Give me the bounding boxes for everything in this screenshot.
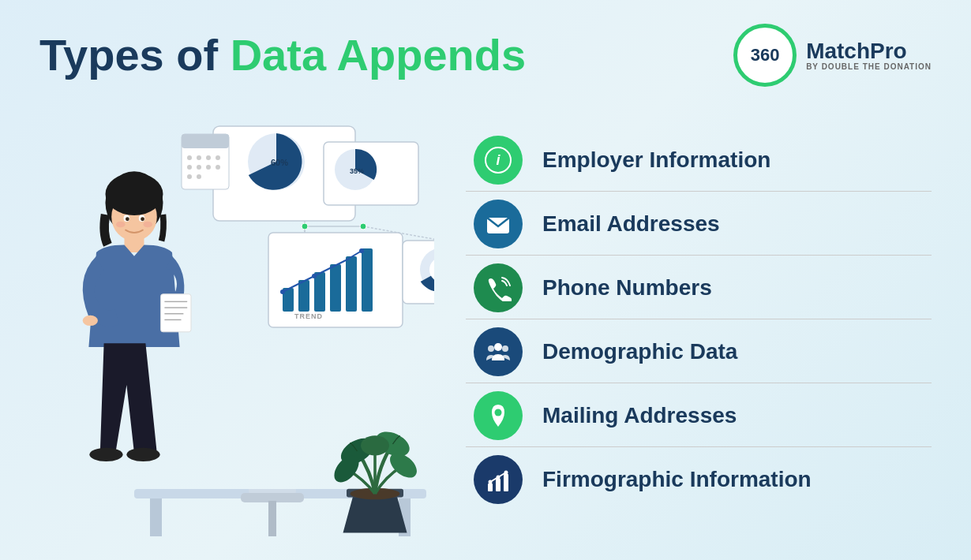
svg-point-69 xyxy=(361,435,389,455)
logo-circle: 360 xyxy=(733,24,797,87)
email-addresses-label: Email Addresses xyxy=(542,211,720,237)
page-title: Types of Data Appends xyxy=(39,31,526,80)
svg-rect-77 xyxy=(488,483,493,491)
mailing-addresses-label: Mailing Addresses xyxy=(542,403,737,428)
svg-point-16 xyxy=(216,165,220,170)
svg-point-76 xyxy=(495,409,502,416)
svg-point-47 xyxy=(106,173,163,215)
svg-text:i: i xyxy=(496,152,500,168)
svg-point-75 xyxy=(502,345,508,352)
page-wrapper: Types of Data Appends 360 MatchPro BY DO… xyxy=(0,0,971,560)
svg-rect-79 xyxy=(504,474,508,491)
logo-text: MatchPro BY DOUBLE THE DONATION xyxy=(806,40,932,71)
list-item: i Employer Information xyxy=(466,129,932,192)
employer-information-icon-bg: i xyxy=(474,136,523,185)
list-item: Phone Numbers xyxy=(466,257,932,319)
logo-number: 360 xyxy=(751,45,780,65)
svg-rect-26 xyxy=(298,280,309,312)
logo-subtitle: BY DOUBLE THE DONATION xyxy=(806,62,932,71)
list-item: Mailing Addresses xyxy=(466,385,932,447)
svg-point-62 xyxy=(144,222,153,228)
svg-point-80 xyxy=(489,480,493,483)
svg-point-73 xyxy=(494,343,502,351)
plant-illustration xyxy=(324,394,426,536)
svg-rect-8 xyxy=(182,134,229,148)
svg-rect-5 xyxy=(268,501,276,536)
email-icon xyxy=(485,211,512,237)
firmographic-information-label: Firmographic Information xyxy=(542,467,812,492)
people-icon xyxy=(485,338,512,365)
list-item: Email Addresses xyxy=(466,193,932,256)
location-icon xyxy=(485,402,512,429)
main-content: 60% 35% xyxy=(39,103,932,536)
list-item: Firmographic Information xyxy=(466,449,932,510)
phone-numbers-label: Phone Numbers xyxy=(542,275,712,301)
illustration-area: 60% 35% xyxy=(39,103,450,536)
svg-point-60 xyxy=(141,217,144,221)
logo: 360 MatchPro BY DOUBLE THE DONATION xyxy=(733,24,932,87)
title-part1: Types of xyxy=(39,30,231,80)
svg-point-81 xyxy=(497,475,500,479)
mailing-addresses-icon-bg xyxy=(474,391,523,440)
svg-rect-78 xyxy=(496,479,500,491)
svg-point-82 xyxy=(504,470,508,474)
svg-rect-49 xyxy=(161,294,191,332)
logo-name: MatchPro xyxy=(806,40,932,62)
title-part2: Data Appends xyxy=(231,30,526,80)
chart-icon xyxy=(485,466,512,493)
svg-point-43 xyxy=(302,223,308,230)
svg-point-44 xyxy=(360,223,366,230)
svg-point-31 xyxy=(280,289,285,294)
svg-rect-30 xyxy=(362,248,373,312)
svg-point-54 xyxy=(83,315,98,326)
svg-point-74 xyxy=(488,345,494,352)
employer-information-label: Employer Information xyxy=(542,147,770,173)
header: Types of Data Appends 360 MatchPro BY DO… xyxy=(39,24,932,87)
info-icon: i xyxy=(485,147,512,174)
svg-point-61 xyxy=(116,222,126,228)
person-illustration xyxy=(55,158,213,536)
svg-rect-28 xyxy=(330,264,341,312)
svg-rect-29 xyxy=(346,256,357,312)
svg-point-33 xyxy=(359,248,364,253)
svg-point-12 xyxy=(216,155,220,160)
svg-point-59 xyxy=(126,217,129,221)
svg-text:60%: 60% xyxy=(271,158,288,167)
phone-icon xyxy=(485,274,512,301)
svg-point-32 xyxy=(312,274,317,278)
email-addresses-icon-bg xyxy=(474,200,523,248)
demographic-data-icon-bg xyxy=(474,327,523,376)
svg-text:TREND: TREND xyxy=(294,312,323,320)
svg-text:35%: 35% xyxy=(350,167,364,175)
items-list: i Employer Information Email Addresses xyxy=(466,103,932,536)
phone-numbers-icon-bg xyxy=(474,263,523,312)
svg-rect-27 xyxy=(314,272,325,312)
svg-point-56 xyxy=(126,448,159,461)
svg-point-55 xyxy=(89,448,122,461)
firmographic-information-icon-bg xyxy=(474,455,523,504)
list-item: Demographic Data xyxy=(466,321,932,383)
demographic-data-label: Demographic Data xyxy=(542,339,737,364)
